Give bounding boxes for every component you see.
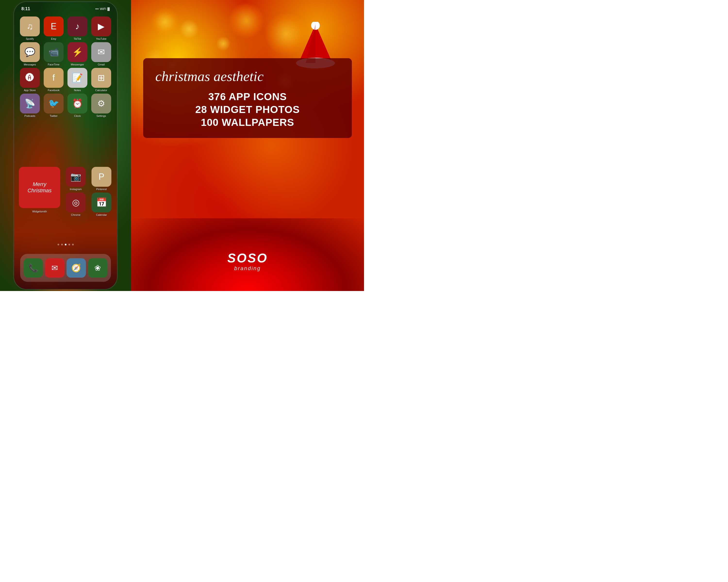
promo-title-text: christmas aesthetic (155, 68, 263, 84)
dot-2 (61, 244, 63, 245)
messenger-label: Messenger (71, 63, 84, 66)
app-grid: ♫SpotifyEEtsy♪TikTok▶YouTube💬Messages📹Fa… (18, 15, 113, 118)
twitter-label: Twitter (50, 114, 57, 117)
app-messages[interactable]: 💬Messages (19, 42, 41, 66)
promo-features: 376 APP ICONS 28 WIDGET PHOTOS 100 WALLP… (155, 91, 340, 128)
facetime-icon: 📹 (44, 42, 63, 62)
chrome-label: Chrome (71, 213, 80, 216)
app-youtube[interactable]: ▶YouTube (90, 17, 112, 40)
feature-3: 100 WALLPAPERS (155, 117, 340, 128)
right-panel: christmas aesthetic 376 APP ICONS 28 WID… (131, 0, 364, 291)
app-etsy[interactable]: EEtsy (43, 17, 64, 40)
facebook-label: Facebook (48, 89, 59, 92)
tiktok-label: TikTok (74, 37, 81, 40)
widget-label: Widgetsmith (32, 210, 47, 213)
bokeh-2 (180, 20, 199, 39)
promo-title: christmas aesthetic (155, 68, 340, 85)
app-messenger[interactable]: ⚡Messenger (67, 42, 88, 66)
bokeh-1 (151, 7, 180, 36)
etsy-icon: E (44, 17, 63, 36)
dot-5 (72, 244, 74, 245)
gmail-label: Gmail (98, 63, 105, 66)
app-spotify[interactable]: ♫Spotify (19, 17, 41, 40)
notes-label: Notes (74, 89, 81, 92)
app-facetime[interactable]: 📹FaceTime (43, 42, 64, 66)
battery-icon: ▓ (107, 7, 110, 11)
bottom-apps-grid: 📷InstagramPPinterest◎Chrome📅Calendar (64, 167, 113, 216)
widget-line2: Christmas (27, 188, 51, 194)
app-clock[interactable]: ⏰Clock (67, 93, 88, 117)
dot-4 (69, 244, 70, 245)
brand-sub: branding (234, 265, 261, 272)
merry-christmas-widget[interactable]: Merry Christmas (19, 167, 60, 208)
spotify-label: Spotify (26, 37, 34, 40)
messenger-icon: ⚡ (68, 42, 87, 62)
messages-label: Messages (24, 63, 36, 66)
clock-icon: ⏰ (68, 93, 87, 113)
left-panel: 8:11 ▪▪▪ WiFi ▓ ♫SpotifyEEtsy♪TikTok▶You… (0, 0, 131, 291)
app-tiktok[interactable]: ♪TikTok (67, 17, 88, 40)
branding: SOSO branding (131, 251, 364, 272)
wifi-icon: WiFi (100, 7, 106, 11)
dock-phone[interactable]: 📞 (24, 258, 43, 278)
feature-2: 28 WIDGET PHOTOS (155, 104, 340, 115)
notes-icon: 📝 (68, 68, 87, 88)
podcasts-label: Podcasts (24, 114, 35, 117)
pinterest-label: Pinterest (96, 188, 106, 191)
app-app-store[interactable]: 🅐App Store (19, 68, 41, 92)
calculator-label: Calculator (95, 89, 107, 92)
dock: 📞✉🧭❀ (20, 254, 111, 282)
status-time: 8:11 (21, 6, 30, 11)
status-bar: 8:11 ▪▪▪ WiFi ▓ (21, 6, 110, 11)
widget-line1: Merry (33, 181, 46, 188)
app-podcasts[interactable]: 📡Podcasts (19, 93, 41, 117)
calendar-label: Calendar (96, 213, 107, 216)
app-facebook[interactable]: fFacebook (43, 68, 64, 92)
twitter-icon: 🐦 (44, 93, 63, 113)
app store-label: App Store (24, 89, 36, 92)
dock-flowers[interactable]: ❀ (88, 258, 107, 278)
spotify-icon: ♫ (20, 17, 40, 36)
bokeh-4 (216, 36, 231, 51)
right-background: christmas aesthetic 376 APP ICONS 28 WID… (131, 0, 364, 291)
messages-icon: 💬 (20, 42, 40, 62)
dock-mail[interactable]: ✉ (45, 258, 64, 278)
app-gmail[interactable]: ✉Gmail (90, 42, 112, 66)
app-twitter[interactable]: 🐦Twitter (43, 93, 64, 117)
etsy-label: Etsy (51, 37, 56, 40)
app-calendar[interactable]: 📅Calendar (89, 193, 113, 216)
instagram-label: Instagram (70, 188, 82, 191)
app-pinterest[interactable]: PPinterest (89, 167, 113, 191)
settings-label: Settings (96, 114, 106, 117)
app-instagram[interactable]: 📷Instagram (64, 167, 87, 191)
app-notes[interactable]: 📝Notes (67, 68, 88, 92)
calculator-icon: ⊞ (91, 68, 111, 88)
status-icons: ▪▪▪ WiFi ▓ (95, 7, 110, 11)
chrome-icon: ◎ (66, 193, 86, 213)
app-settings[interactable]: ⚙Settings (90, 93, 112, 117)
youtube-icon: ▶ (91, 17, 111, 36)
dock-safari[interactable]: 🧭 (67, 258, 86, 278)
gmail-icon: ✉ (91, 42, 111, 62)
app store-icon: 🅐 (20, 68, 40, 88)
settings-icon: ⚙ (91, 93, 111, 113)
calendar-icon: 📅 (92, 193, 111, 213)
brand-soso: SOSO (227, 251, 268, 265)
tiktok-icon: ♪ (68, 17, 87, 36)
feature-1: 376 APP ICONS (155, 91, 340, 103)
clock-label: Clock (74, 114, 81, 117)
app-calculator[interactable]: ⊞Calculator (90, 68, 112, 92)
app-chrome[interactable]: ◎Chrome (64, 193, 87, 216)
dot-3 (65, 244, 67, 245)
facetime-label: FaceTime (48, 63, 60, 66)
phone-frame: 8:11 ▪▪▪ WiFi ▓ ♫SpotifyEEtsy♪TikTok▶You… (14, 1, 118, 290)
podcasts-icon: 📡 (20, 93, 40, 113)
bokeh-3 (228, 2, 264, 39)
youtube-label: YouTube (96, 37, 106, 40)
facebook-icon: f (44, 68, 63, 88)
dot-1 (57, 244, 59, 245)
promo-card: christmas aesthetic 376 APP ICONS 28 WID… (143, 58, 352, 138)
signal-icon: ▪▪▪ (95, 7, 99, 11)
pinterest-icon: P (92, 167, 111, 187)
widget-area[interactable]: Merry Christmas Widgetsmith (19, 167, 60, 208)
